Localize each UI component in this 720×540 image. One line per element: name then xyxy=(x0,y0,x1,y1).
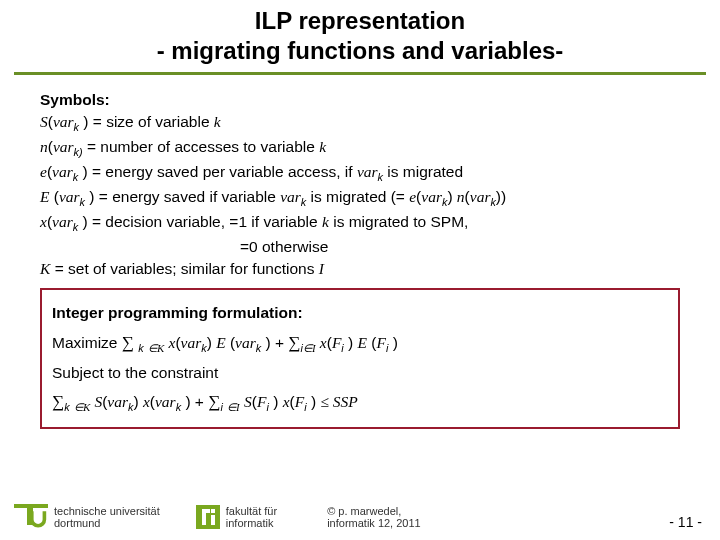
university-name: technische universitätdortmund xyxy=(54,505,160,529)
sym-e: e(vark ) = energy saved per variable acc… xyxy=(40,161,680,186)
ip-maximize: Maximize ∑ k ∈K x(vark) E (vark ) + ∑i∈I… xyxy=(52,329,668,358)
title-line-2: - migrating functions and variables- xyxy=(157,37,564,64)
ip-formulation-box: Integer programming formulation: Maximiz… xyxy=(40,288,680,429)
page-number: - 11 - xyxy=(669,514,702,530)
tu-logo-icon xyxy=(14,504,48,530)
svg-rect-4 xyxy=(211,515,215,525)
sym-x: x(vark ) = decision variable, =1 if vari… xyxy=(40,211,680,236)
svg-rect-3 xyxy=(211,509,215,513)
sym-S: S(vark ) = size of variable k xyxy=(40,111,680,136)
symbols-heading: Symbols: xyxy=(40,89,680,111)
ip-constraint: ∑k ∈K S(vark) x(vark ) + ∑i ∈I S(Fi ) x(… xyxy=(52,388,668,417)
slide-title: ILP representation - migrating functions… xyxy=(14,0,706,75)
sym-x-line2: =0 otherwise xyxy=(40,236,680,258)
sym-K: K = set of variables; similar for functi… xyxy=(40,258,680,280)
symbols-section: Symbols: S(vark ) = size of variable k n… xyxy=(40,89,680,280)
sym-n: n(vark) = number of accesses to variable… xyxy=(40,136,680,161)
fi-logo-icon xyxy=(196,505,220,529)
title-line-1: ILP representation xyxy=(255,7,465,34)
ip-heading: Integer programming formulation: xyxy=(52,300,668,326)
copyright: © p. marwedel,informatik 12, 2011 xyxy=(327,505,706,529)
svg-rect-2 xyxy=(196,505,220,529)
slide-body: Symbols: S(vark ) = size of variable k n… xyxy=(14,75,706,429)
faculty-name: fakultät fürinformatik xyxy=(226,505,277,529)
ip-subject: Subject to the constraint xyxy=(52,360,668,386)
footer: technische universitätdortmund fakultät … xyxy=(14,504,706,530)
sym-E: E (vark ) = energy saved if variable var… xyxy=(40,186,680,211)
